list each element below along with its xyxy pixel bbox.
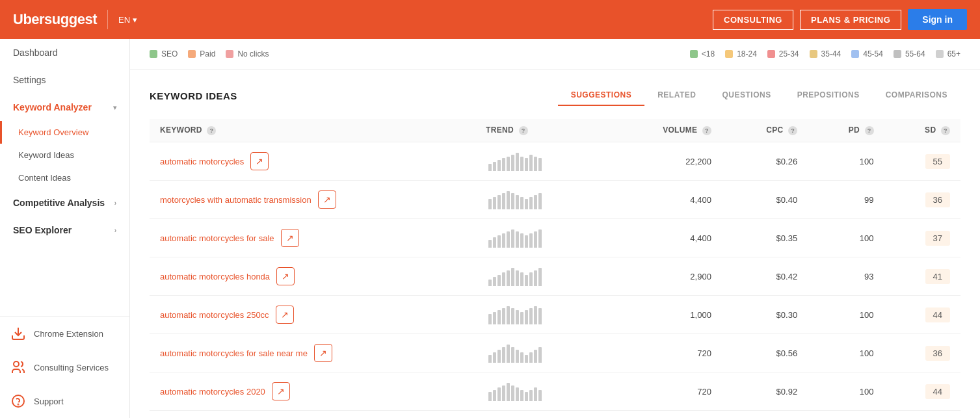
pd-cell: 100 bbox=[808, 219, 884, 257]
legend-no-clicks-dot bbox=[226, 50, 233, 58]
table-row: motorcycles with automatic transmission↗… bbox=[150, 181, 960, 219]
table-row: automatic motorcycles 250cc↗1,000$0.3010… bbox=[150, 296, 960, 334]
col-volume: VOLUME ? bbox=[607, 119, 722, 142]
trend-cell bbox=[475, 181, 607, 219]
tab-prepositions[interactable]: PREPOSITIONS bbox=[784, 85, 873, 106]
col-trend: TREND ? bbox=[475, 119, 607, 142]
keyword-link[interactable]: automatic motorcycles 2020 bbox=[160, 387, 265, 397]
sidebar-item-chrome-extension[interactable]: Chrome Extension bbox=[0, 317, 129, 350]
keyword-ideas-section: KEYWORD IDEAS SUGGESTIONSRELATEDQUESTION… bbox=[130, 70, 980, 411]
sd-value: 36 bbox=[925, 346, 950, 361]
chevron-down-icon: ▾ bbox=[113, 104, 116, 111]
sd-cell: 36 bbox=[884, 334, 960, 372]
people-icon bbox=[10, 359, 26, 375]
keyword-arrow-button[interactable]: ↗ bbox=[276, 267, 295, 285]
volume-cell: 22,200 bbox=[607, 142, 722, 181]
tab-comparisons[interactable]: COMPARISONS bbox=[873, 85, 960, 106]
section-header: KEYWORD IDEAS SUGGESTIONSRELATEDQUESTION… bbox=[150, 85, 960, 106]
sidebar-seo-explorer[interactable]: SEO Explorer › bbox=[0, 216, 129, 244]
section-title: KEYWORD IDEAS bbox=[150, 90, 237, 101]
keyword-arrow-button[interactable]: ↗ bbox=[250, 152, 269, 170]
sidebar-competitive-analysis[interactable]: Competitive Analysis › bbox=[0, 189, 129, 216]
trend-cell bbox=[475, 334, 607, 372]
info-icon: ? bbox=[702, 126, 711, 135]
view-all-container: VIEW ALL KEYWORD IDEAS bbox=[130, 411, 980, 418]
table-header: KEYWORD ? TREND ? VOLUME ? CPC ? PD ? SD… bbox=[150, 119, 960, 142]
volume-cell: 4,400 bbox=[607, 181, 722, 219]
plans-pricing-button[interactable]: PLANS & PRICING bbox=[800, 10, 901, 30]
legend-bar: SEO Paid No clicks <18 18-24 25-34 35-44… bbox=[130, 39, 980, 70]
header-divider bbox=[107, 10, 108, 29]
pd-cell: 100 bbox=[808, 296, 884, 334]
volume-cell: 4,400 bbox=[607, 219, 722, 257]
keyword-link[interactable]: automatic motorcycles 250cc bbox=[160, 310, 269, 320]
chevron-down-icon: ▾ bbox=[133, 15, 137, 25]
sd-cell: 44 bbox=[884, 372, 960, 411]
legend-age-45-54: 45-54 bbox=[851, 49, 883, 59]
table-row: automatic motorcycles↗22,200$0.2610055 bbox=[150, 142, 960, 181]
sidebar-item-keyword-ideas[interactable]: Keyword Ideas bbox=[0, 144, 129, 166]
sd-cell: 44 bbox=[884, 296, 960, 334]
header: Ubersuggest EN ▾ CONSULTING PLANS & PRIC… bbox=[0, 0, 980, 39]
sd-cell: 36 bbox=[884, 181, 960, 219]
legend-age-65plus: 65+ bbox=[936, 49, 960, 59]
chevron-right-icon: › bbox=[114, 200, 116, 207]
cpc-cell: $0.26 bbox=[722, 142, 808, 181]
legend-paid-dot bbox=[188, 50, 196, 58]
sd-cell: 55 bbox=[884, 142, 960, 181]
tabs-container: SUGGESTIONSRELATEDQUESTIONSPREPOSITIONSC… bbox=[558, 85, 960, 106]
sd-cell: 37 bbox=[884, 219, 960, 257]
keyword-arrow-button[interactable]: ↗ bbox=[276, 306, 294, 324]
keyword-link[interactable]: automatic motorcycles for sale near me bbox=[160, 348, 308, 358]
consulting-button[interactable]: CONSULTING bbox=[713, 10, 793, 30]
keyword-arrow-button[interactable]: ↗ bbox=[281, 229, 299, 247]
keyword-link[interactable]: motorcycles with automatic transmission bbox=[160, 195, 311, 205]
layout: Dashboard Settings Keyword Analyzer ▾ Ke… bbox=[0, 39, 980, 418]
keyword-link[interactable]: automatic motorcycles for sale bbox=[160, 233, 274, 243]
keyword-link[interactable]: automatic motorcycles honda bbox=[160, 272, 270, 281]
sidebar-keyword-analyzer[interactable]: Keyword Analyzer ▾ bbox=[0, 94, 129, 121]
download-icon bbox=[10, 326, 26, 341]
pd-cell: 100 bbox=[808, 334, 884, 372]
keyword-cell: automatic motorcycles honda↗ bbox=[150, 257, 475, 296]
info-icon: ? bbox=[788, 126, 797, 135]
svg-point-0 bbox=[14, 361, 19, 367]
keyword-arrow-button[interactable]: ↗ bbox=[272, 382, 290, 400]
tab-suggestions[interactable]: SUGGESTIONS bbox=[558, 85, 645, 106]
table-row: automatic motorcycles honda↗2,900$0.4293… bbox=[150, 257, 960, 296]
svg-point-2 bbox=[18, 404, 19, 405]
sidebar-item-dashboard[interactable]: Dashboard bbox=[0, 39, 129, 66]
legend-age-55-64: 55-64 bbox=[894, 49, 925, 59]
sidebar-item-keyword-overview[interactable]: Keyword Overview bbox=[0, 121, 129, 144]
info-icon: ? bbox=[865, 126, 874, 135]
col-cpc: CPC ? bbox=[722, 119, 808, 142]
sidebar-item-content-ideas[interactable]: Content Ideas bbox=[0, 166, 129, 189]
sidebar-item-support[interactable]: Support bbox=[0, 384, 129, 418]
language-selector[interactable]: EN ▾ bbox=[118, 15, 137, 25]
keyword-table: KEYWORD ? TREND ? VOLUME ? CPC ? PD ? SD… bbox=[150, 119, 960, 411]
col-sd: SD ? bbox=[884, 119, 960, 142]
legend-age-25-34: 25-34 bbox=[767, 49, 799, 59]
sd-value: 36 bbox=[925, 192, 950, 207]
tab-questions[interactable]: QUESTIONS bbox=[709, 85, 784, 106]
volume-cell: 720 bbox=[607, 372, 722, 411]
cpc-cell: $0.92 bbox=[722, 372, 808, 411]
trend-cell bbox=[475, 219, 607, 257]
tab-related[interactable]: RELATED bbox=[644, 85, 709, 106]
info-icon: ? bbox=[519, 126, 528, 135]
keyword-cell: automatic motorcycles 2020↗ bbox=[150, 372, 475, 411]
sidebar-item-settings[interactable]: Settings bbox=[0, 66, 129, 94]
table-row: automatic motorcycles for sale↗4,400$0.3… bbox=[150, 219, 960, 257]
keyword-arrow-button[interactable]: ↗ bbox=[314, 344, 332, 362]
sidebar-item-consulting-services[interactable]: Consulting Services bbox=[0, 350, 129, 384]
keyword-link[interactable]: automatic motorcycles bbox=[160, 157, 244, 166]
table-header-row: KEYWORD ? TREND ? VOLUME ? CPC ? PD ? SD… bbox=[150, 119, 960, 142]
legend-paid: Paid bbox=[188, 49, 215, 59]
signin-button[interactable]: Sign in bbox=[908, 9, 967, 30]
keyword-cell: automatic motorcycles for sale↗ bbox=[150, 219, 475, 257]
cpc-cell: $0.56 bbox=[722, 334, 808, 372]
legend-age-18-24: 18-24 bbox=[725, 49, 757, 59]
header-right: CONSULTING PLANS & PRICING Sign in bbox=[713, 9, 967, 30]
legend-right: <18 18-24 25-34 35-44 45-54 55-64 65+ bbox=[690, 49, 960, 59]
keyword-arrow-button[interactable]: ↗ bbox=[318, 190, 336, 209]
